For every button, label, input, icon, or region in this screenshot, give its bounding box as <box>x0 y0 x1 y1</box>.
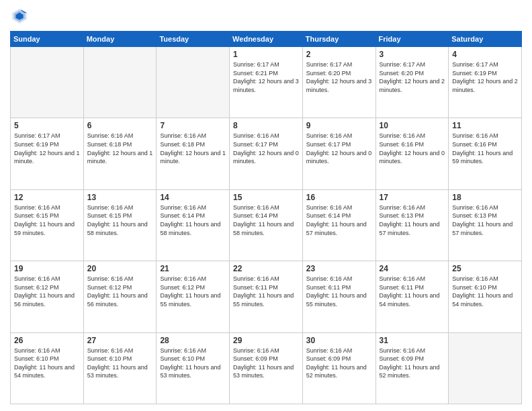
day-number: 17 <box>380 193 445 202</box>
page: SundayMondayTuesdayWednesdayThursdayFrid… <box>0 0 532 411</box>
day-number: 26 <box>14 336 80 345</box>
day-info: Sunrise: 6:16 AM Sunset: 6:10 PM Dayligh… <box>452 275 518 308</box>
calendar-cell: 23Sunrise: 6:16 AM Sunset: 6:11 PM Dayli… <box>302 261 375 332</box>
calendar-cell: 22Sunrise: 6:16 AM Sunset: 6:11 PM Dayli… <box>230 261 303 332</box>
day-number: 21 <box>160 264 226 273</box>
calendar-cell: 11Sunrise: 6:16 AM Sunset: 6:16 PM Dayli… <box>449 118 522 189</box>
logo-icon <box>10 7 29 26</box>
day-number: 1 <box>233 50 299 59</box>
day-info: Sunrise: 6:16 AM Sunset: 6:09 PM Dayligh… <box>380 347 445 380</box>
column-header-tuesday: Tuesday <box>157 32 230 47</box>
calendar-week-3: 19Sunrise: 6:16 AM Sunset: 6:12 PM Dayli… <box>11 261 522 332</box>
day-info: Sunrise: 6:16 AM Sunset: 6:15 PM Dayligh… <box>14 203 80 237</box>
calendar-cell: 28Sunrise: 6:16 AM Sunset: 6:10 PM Dayli… <box>157 332 230 404</box>
day-number: 13 <box>87 193 153 202</box>
calendar-cell: 19Sunrise: 6:16 AM Sunset: 6:12 PM Dayli… <box>11 261 84 332</box>
day-number: 16 <box>306 193 372 202</box>
day-number: 27 <box>87 336 153 345</box>
day-info: Sunrise: 6:16 AM Sunset: 6:12 PM Dayligh… <box>87 275 153 308</box>
calendar-cell: 25Sunrise: 6:16 AM Sunset: 6:10 PM Dayli… <box>449 261 522 332</box>
day-info: Sunrise: 6:16 AM Sunset: 6:18 PM Dayligh… <box>160 132 226 165</box>
calendar-week-0: 1Sunrise: 6:17 AM Sunset: 6:21 PM Daylig… <box>11 47 522 118</box>
calendar-cell <box>83 47 157 118</box>
day-number: 12 <box>14 193 80 202</box>
day-info: Sunrise: 6:17 AM Sunset: 6:19 PM Dayligh… <box>452 60 518 94</box>
calendar-cell: 10Sunrise: 6:16 AM Sunset: 6:16 PM Dayli… <box>375 118 449 189</box>
calendar-cell: 5Sunrise: 6:17 AM Sunset: 6:19 PM Daylig… <box>11 118 84 189</box>
header <box>10 7 522 26</box>
day-info: Sunrise: 6:17 AM Sunset: 6:20 PM Dayligh… <box>380 60 445 94</box>
day-info: Sunrise: 6:16 AM Sunset: 6:10 PM Dayligh… <box>87 347 153 380</box>
day-info: Sunrise: 6:16 AM Sunset: 6:11 PM Dayligh… <box>380 275 445 308</box>
calendar-cell: 8Sunrise: 6:16 AM Sunset: 6:17 PM Daylig… <box>230 118 303 189</box>
calendar-cell: 1Sunrise: 6:17 AM Sunset: 6:21 PM Daylig… <box>230 47 303 118</box>
calendar-cell: 30Sunrise: 6:16 AM Sunset: 6:09 PM Dayli… <box>302 332 375 404</box>
calendar-cell: 21Sunrise: 6:16 AM Sunset: 6:12 PM Dayli… <box>157 261 230 332</box>
day-info: Sunrise: 6:16 AM Sunset: 6:12 PM Dayligh… <box>14 275 80 308</box>
day-info: Sunrise: 6:16 AM Sunset: 6:11 PM Dayligh… <box>306 275 372 308</box>
calendar-week-2: 12Sunrise: 6:16 AM Sunset: 6:15 PM Dayli… <box>11 189 522 261</box>
calendar-cell: 17Sunrise: 6:16 AM Sunset: 6:13 PM Dayli… <box>375 189 449 261</box>
day-info: Sunrise: 6:17 AM Sunset: 6:20 PM Dayligh… <box>306 60 372 94</box>
calendar-cell: 27Sunrise: 6:16 AM Sunset: 6:10 PM Dayli… <box>83 332 157 404</box>
day-number: 2 <box>306 50 372 59</box>
calendar-cell: 7Sunrise: 6:16 AM Sunset: 6:18 PM Daylig… <box>157 118 230 189</box>
day-info: Sunrise: 6:16 AM Sunset: 6:14 PM Dayligh… <box>233 203 299 237</box>
day-info: Sunrise: 6:16 AM Sunset: 6:17 PM Dayligh… <box>233 132 299 165</box>
day-number: 15 <box>233 193 299 202</box>
day-number: 19 <box>14 264 80 273</box>
calendar-cell: 24Sunrise: 6:16 AM Sunset: 6:11 PM Dayli… <box>375 261 449 332</box>
day-info: Sunrise: 6:16 AM Sunset: 6:14 PM Dayligh… <box>306 203 372 237</box>
day-number: 23 <box>306 264 372 273</box>
day-number: 11 <box>452 121 518 130</box>
calendar-week-1: 5Sunrise: 6:17 AM Sunset: 6:19 PM Daylig… <box>11 118 522 189</box>
day-info: Sunrise: 6:16 AM Sunset: 6:17 PM Dayligh… <box>306 132 372 165</box>
calendar-cell: 14Sunrise: 6:16 AM Sunset: 6:14 PM Dayli… <box>157 189 230 261</box>
day-info: Sunrise: 6:16 AM Sunset: 6:10 PM Dayligh… <box>160 347 226 380</box>
day-number: 29 <box>233 336 299 345</box>
column-header-monday: Monday <box>83 32 157 47</box>
day-number: 25 <box>452 264 518 273</box>
day-number: 9 <box>306 121 372 130</box>
column-header-wednesday: Wednesday <box>230 32 303 47</box>
day-number: 31 <box>380 336 445 345</box>
column-header-thursday: Thursday <box>302 32 375 47</box>
calendar-cell: 3Sunrise: 6:17 AM Sunset: 6:20 PM Daylig… <box>375 47 449 118</box>
day-info: Sunrise: 6:16 AM Sunset: 6:13 PM Dayligh… <box>452 203 518 237</box>
day-info: Sunrise: 6:16 AM Sunset: 6:09 PM Dayligh… <box>306 347 372 380</box>
calendar-cell: 2Sunrise: 6:17 AM Sunset: 6:20 PM Daylig… <box>302 47 375 118</box>
day-number: 4 <box>452 50 518 59</box>
calendar-cell: 20Sunrise: 6:16 AM Sunset: 6:12 PM Dayli… <box>83 261 157 332</box>
calendar-cell: 31Sunrise: 6:16 AM Sunset: 6:09 PM Dayli… <box>375 332 449 404</box>
day-info: Sunrise: 6:16 AM Sunset: 6:18 PM Dayligh… <box>87 132 153 165</box>
day-number: 3 <box>380 50 445 59</box>
calendar-cell: 9Sunrise: 6:16 AM Sunset: 6:17 PM Daylig… <box>302 118 375 189</box>
calendar-header-row: SundayMondayTuesdayWednesdayThursdayFrid… <box>11 32 522 47</box>
calendar-cell: 13Sunrise: 6:16 AM Sunset: 6:15 PM Dayli… <box>83 189 157 261</box>
day-info: Sunrise: 6:16 AM Sunset: 6:12 PM Dayligh… <box>160 275 226 308</box>
day-number: 20 <box>87 264 153 273</box>
calendar-cell: 16Sunrise: 6:16 AM Sunset: 6:14 PM Dayli… <box>302 189 375 261</box>
calendar-cell <box>449 332 522 404</box>
column-header-friday: Friday <box>375 32 449 47</box>
calendar-cell: 29Sunrise: 6:16 AM Sunset: 6:09 PM Dayli… <box>230 332 303 404</box>
day-info: Sunrise: 6:17 AM Sunset: 6:21 PM Dayligh… <box>233 60 299 94</box>
day-number: 28 <box>160 336 226 345</box>
calendar-cell: 4Sunrise: 6:17 AM Sunset: 6:19 PM Daylig… <box>449 47 522 118</box>
calendar-cell: 15Sunrise: 6:16 AM Sunset: 6:14 PM Dayli… <box>230 189 303 261</box>
day-number: 8 <box>233 121 299 130</box>
day-number: 22 <box>233 264 299 273</box>
calendar-week-4: 26Sunrise: 6:16 AM Sunset: 6:10 PM Dayli… <box>11 332 522 404</box>
day-info: Sunrise: 6:16 AM Sunset: 6:10 PM Dayligh… <box>14 347 80 380</box>
day-info: Sunrise: 6:16 AM Sunset: 6:16 PM Dayligh… <box>452 132 518 165</box>
day-info: Sunrise: 6:17 AM Sunset: 6:19 PM Dayligh… <box>14 132 80 165</box>
day-number: 7 <box>160 121 226 130</box>
day-number: 10 <box>380 121 445 130</box>
calendar-cell: 18Sunrise: 6:16 AM Sunset: 6:13 PM Dayli… <box>449 189 522 261</box>
day-info: Sunrise: 6:16 AM Sunset: 6:15 PM Dayligh… <box>87 203 153 237</box>
calendar-body: 1Sunrise: 6:17 AM Sunset: 6:21 PM Daylig… <box>11 47 522 404</box>
day-info: Sunrise: 6:16 AM Sunset: 6:13 PM Dayligh… <box>380 203 445 237</box>
calendar-cell <box>157 47 230 118</box>
day-info: Sunrise: 6:16 AM Sunset: 6:14 PM Dayligh… <box>160 203 226 237</box>
day-info: Sunrise: 6:16 AM Sunset: 6:09 PM Dayligh… <box>233 347 299 380</box>
